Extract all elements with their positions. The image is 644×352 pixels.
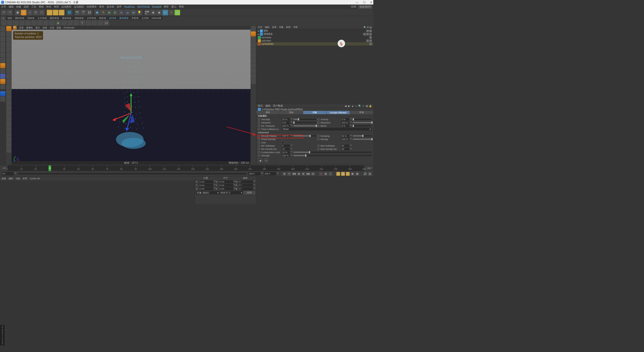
light[interactable]: 💡	[137, 10, 142, 15]
spinner[interactable]	[234, 184, 235, 187]
psr-button[interactable]: PSR0	[144, 10, 150, 15]
undo-button[interactable]: ↶	[1, 10, 7, 15]
menu-pipeline[interactable]: 流水线	[107, 5, 114, 9]
spinner[interactable]	[291, 118, 292, 121]
y-axis-lock[interactable]: Y	[53, 10, 58, 15]
am-next-icon[interactable]: ▶	[348, 105, 351, 107]
pos-x-input[interactable]: 0 cm	[199, 180, 213, 183]
apply-button[interactable]: 应用	[244, 191, 255, 194]
tr3-13[interactable]: T	[79, 20, 85, 26]
om-edit[interactable]: 编辑	[265, 26, 269, 29]
outliner-row[interactable]: ▸ 碰撞圆盘	[256, 32, 373, 36]
rot-p-input[interactable]: 0 °	[239, 184, 253, 187]
z-axis-lock[interactable]: Z	[59, 10, 64, 15]
field-3[interactable]: 立方体域	[36, 16, 48, 20]
menu-window[interactable]: 窗口	[171, 5, 176, 9]
lt2-7[interactable]	[6, 63, 11, 68]
cube-primitive[interactable]: ▣	[94, 10, 100, 15]
rot-b-input[interactable]: 0 °	[239, 187, 253, 190]
lt2-18[interactable]	[6, 121, 11, 126]
tab-object[interactable]: 对象	[303, 111, 327, 114]
range-slider[interactable]	[18, 173, 246, 174]
isoline[interactable]	[0, 97, 5, 102]
preset-next[interactable]: ↻	[264, 158, 268, 163]
anim-ring[interactable]	[258, 125, 260, 127]
coord-mode-dropdown[interactable]: 对象 (相对)▾	[196, 191, 219, 194]
rot-key-button[interactable]: ▣	[346, 172, 350, 176]
blend-slider[interactable]	[353, 125, 372, 126]
lt2-8[interactable]	[6, 68, 11, 73]
menu-volume[interactable]: 体积	[54, 5, 59, 9]
start-frame-input[interactable]: 0 F	[2, 172, 14, 175]
make-editable[interactable]	[0, 26, 5, 31]
viscosity-input[interactable]: 20 %	[282, 118, 290, 121]
auto-checkbox[interactable]	[282, 141, 284, 144]
anim-ring[interactable]	[317, 125, 319, 127]
field-9[interactable]: 径向域	[108, 16, 117, 20]
min-density-iter-input[interactable]: 10	[282, 148, 290, 150]
om-filter-icon[interactable]: ▤	[370, 26, 372, 29]
size-x-input[interactable]: 0 cm	[219, 180, 233, 183]
vp-menu-options[interactable]: 选项	[43, 26, 47, 29]
point-mode[interactable]	[0, 47, 5, 52]
tr3-1[interactable]	[7, 20, 13, 26]
spinner[interactable]	[254, 184, 255, 187]
xp-button[interactable]: ◉	[175, 10, 180, 15]
outliner-row[interactable]: xpEmitter	[256, 39, 373, 42]
tr3-16[interactable]	[98, 20, 103, 26]
field-0[interactable]: 域域	[6, 16, 13, 20]
tr3-14[interactable]	[86, 20, 91, 26]
lt2-1[interactable]	[6, 31, 11, 36]
spinner[interactable]	[261, 172, 263, 175]
anim-ring[interactable]	[258, 118, 260, 120]
anim-ring[interactable]	[258, 128, 260, 130]
xray[interactable]	[0, 91, 5, 96]
tr3-6[interactable]	[37, 20, 43, 26]
tr3-17[interactable]: ƒx	[104, 20, 109, 26]
anim-ring[interactable]	[258, 154, 260, 157]
mm-edit[interactable]: 编辑	[9, 177, 13, 180]
question-info[interactable]: ?	[169, 10, 174, 15]
tab-general[interactable]: 常规	[350, 111, 373, 114]
spinner[interactable]	[234, 181, 235, 183]
max-substeps-input[interactable]: 50	[341, 145, 349, 147]
rot-h-input[interactable]: 0 °	[239, 180, 253, 183]
vpi-7[interactable]	[251, 63, 256, 68]
vp-menu-filter[interactable]: 过滤	[50, 26, 54, 29]
vpi-2[interactable]	[251, 37, 256, 42]
pos-key-button[interactable]: ▣	[336, 172, 340, 176]
spinner[interactable]	[350, 118, 352, 121]
attraction-slider[interactable]	[293, 122, 316, 123]
menu-help[interactable]: 帮助	[179, 5, 184, 9]
spinner[interactable]	[291, 121, 292, 124]
lt2-6[interactable]	[6, 58, 11, 63]
menu-plugins[interactable]: 插件	[117, 5, 122, 9]
field-1[interactable]: 圆柱体域	[14, 16, 26, 20]
lt2-2[interactable]	[6, 37, 11, 42]
spinner[interactable]	[214, 188, 215, 190]
am-home-icon[interactable]: ⌂	[355, 105, 358, 107]
record-button[interactable]: ●	[319, 172, 323, 176]
loop-button[interactable]: ↻	[287, 172, 291, 176]
am-mode[interactable]: 模式	[258, 104, 263, 108]
compression-limit-slider[interactable]	[293, 152, 372, 153]
anim-ring[interactable]	[317, 138, 319, 140]
vis-tag[interactable]	[363, 33, 366, 35]
lt2-move[interactable]	[6, 26, 11, 31]
menu-create[interactable]: 创建	[16, 5, 21, 9]
am-star-icon[interactable]: ☆	[362, 105, 365, 107]
om-file[interactable]: 文件	[258, 26, 262, 29]
compression-limit-input[interactable]: 20 %	[282, 151, 290, 154]
anim-ring[interactable]	[258, 121, 260, 124]
material-list[interactable]	[0, 181, 195, 204]
tab-groups[interactable]: Groups Affected	[327, 111, 350, 114]
field-4[interactable]: 圆柱体域	[48, 16, 60, 20]
snap-toggle[interactable]	[0, 74, 5, 79]
om-view[interactable]: 查看	[272, 26, 276, 29]
anim-ring[interactable]	[258, 148, 260, 150]
model-mode[interactable]	[0, 31, 5, 36]
recent-tool[interactable]: ☐	[39, 10, 45, 15]
menu-file[interactable]: 文件	[1, 5, 6, 9]
coord-system[interactable]: 🌐	[67, 10, 72, 15]
qr-button[interactable]: QR	[163, 10, 168, 15]
